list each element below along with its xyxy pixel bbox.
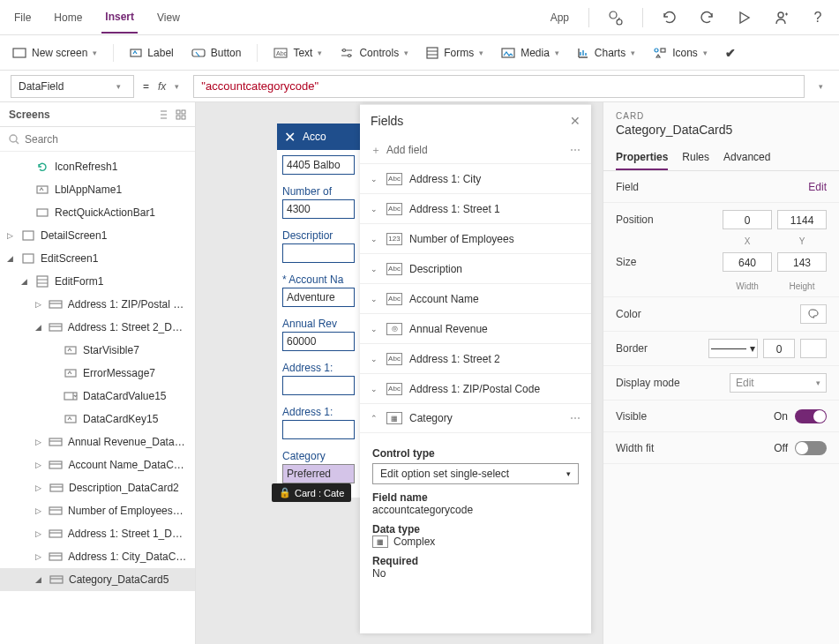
menu-app[interactable]: App — [547, 3, 573, 33]
tree-item[interactable]: StarVisible7 — [0, 339, 195, 362]
form-field[interactable]: 4405 Balbo — [277, 152, 360, 182]
tree-item[interactable]: ◢Address 1: Street 2_DataCar — [0, 316, 195, 339]
tree-item[interactable]: ◢Category_DataCard5 — [0, 568, 195, 591]
control-type-select[interactable]: Edit option set single-select▾ — [372, 463, 579, 484]
tree-item[interactable]: ◢EditForm1 — [0, 270, 195, 293]
tree-item[interactable]: LblAppName1 — [0, 178, 195, 201]
form-field[interactable]: Descriptior — [277, 226, 360, 270]
expand-icon[interactable]: ▷ — [7, 231, 16, 240]
expand-icon[interactable]: ⌄ — [371, 355, 379, 363]
expand-icon[interactable]: ▷ — [35, 552, 43, 561]
field-row[interactable]: ⌄AbcAddress 1: Street 2 — [360, 343, 591, 373]
menu-home[interactable]: Home — [50, 3, 86, 33]
expand-icon[interactable]: ◢ — [35, 575, 44, 584]
expand-icon[interactable]: ⌄ — [371, 235, 379, 243]
label-button[interactable]: Label — [128, 43, 175, 63]
expand-icon[interactable]: ▷ — [35, 438, 43, 446]
new-screen-button[interactable]: New screen▾ — [11, 43, 99, 63]
field-value[interactable]: 4300 — [282, 199, 355, 219]
form-body[interactable]: 4405 BalboNumber of4300Descriptior* Acco… — [277, 150, 360, 498]
tab-rules[interactable]: Rules — [682, 146, 709, 170]
color-picker[interactable] — [800, 304, 827, 324]
menu-insert[interactable]: Insert — [101, 2, 138, 34]
formula-expand[interactable]: ▾ — [813, 82, 828, 91]
expand-icon[interactable]: ⌄ — [371, 325, 379, 333]
expand-icon[interactable]: ▷ — [35, 461, 43, 469]
formula-input[interactable]: "accountcategorycode" — [193, 75, 805, 98]
tree-item[interactable]: ▷Address 1: City_DataCard2 — [0, 545, 195, 568]
forms-button[interactable]: Forms▾ — [424, 43, 485, 63]
border-color[interactable] — [800, 339, 827, 358]
tree-item[interactable]: ▷Number of Employees_Data — [0, 499, 195, 522]
ribbon-expand[interactable]: ✔ — [723, 42, 738, 64]
more-icon[interactable]: ⋯ — [570, 144, 581, 156]
expand-icon[interactable]: ▷ — [35, 300, 43, 309]
expand-icon[interactable]: ▷ — [35, 529, 43, 538]
form-field[interactable]: Address 1: — [277, 358, 360, 402]
field-value[interactable]: 60000 — [282, 332, 355, 351]
tab-advanced[interactable]: Advanced — [723, 146, 770, 170]
tree-item[interactable]: ErrorMessage7 — [0, 362, 195, 385]
tab-properties[interactable]: Properties — [616, 146, 668, 170]
field-row[interactable]: ⌄123Number of Employees — [360, 223, 591, 253]
expand-icon[interactable]: ⌃ — [371, 414, 379, 423]
expand-icon[interactable]: ◢ — [35, 323, 43, 332]
tree-item[interactable]: ▷Description_DataCard2 — [0, 476, 195, 499]
undo-icon[interactable] — [659, 7, 680, 28]
tree-item[interactable]: ◢EditScreen1 — [0, 247, 195, 270]
displaymode-select[interactable]: Edit▾ — [730, 373, 827, 393]
tree-item[interactable]: ▷Address 1: Street 1_DataCar — [0, 522, 195, 545]
fx-button[interactable]: fx▾ — [158, 80, 184, 93]
expand-icon[interactable]: ◢ — [7, 254, 16, 263]
edit-link[interactable]: Edit — [808, 181, 827, 193]
tree-item[interactable]: ▷Account Name_DataCard2 — [0, 453, 195, 476]
field-value[interactable]: 4405 Balbo — [282, 155, 355, 175]
text-button[interactable]: Abc Text▾ — [272, 43, 324, 63]
form-field[interactable]: * Account NaAdventure — [277, 270, 360, 314]
expand-icon[interactable]: ▷ — [35, 506, 43, 515]
field-value[interactable]: Preferred — [282, 464, 355, 483]
size-h-input[interactable]: 143 — [777, 252, 827, 272]
tree-item[interactable]: IconRefresh1 — [0, 155, 195, 178]
visible-toggle[interactable] — [795, 409, 827, 423]
size-w-input[interactable]: 640 — [723, 252, 772, 272]
expand-icon[interactable]: ⌄ — [371, 385, 379, 393]
tree-item[interactable]: DataCardValue15 — [0, 385, 195, 408]
field-row[interactable]: ⌄◎Annual Revenue — [360, 313, 591, 343]
widthfit-toggle[interactable] — [795, 441, 827, 455]
field-row[interactable]: ⌄AbcDescription — [360, 253, 591, 283]
more-icon[interactable]: ⋯ — [570, 412, 581, 424]
button-button[interactable]: Button — [190, 43, 243, 63]
tree-item[interactable]: RectQuickActionBar1 — [0, 201, 195, 224]
field-row[interactable]: ⌄AbcAddress 1: Street 1 — [360, 193, 591, 223]
position-y-input[interactable]: 1144 — [777, 210, 827, 229]
position-x-input[interactable]: 0 — [723, 210, 772, 229]
close-icon[interactable]: ✕ — [284, 129, 296, 146]
share-icon[interactable] — [770, 7, 791, 28]
menu-view[interactable]: View — [154, 3, 184, 33]
expand-icon[interactable]: ◢ — [21, 277, 30, 286]
charts-button[interactable]: Charts▾ — [575, 43, 637, 63]
field-row[interactable]: ⌄AbcAccount Name — [360, 283, 591, 313]
expand-icon[interactable]: ⌄ — [371, 205, 379, 213]
tree-item[interactable]: ▷Annual Revenue_DataCard2 — [0, 431, 195, 453]
field-value[interactable] — [282, 376, 355, 395]
field-row[interactable]: ⌄AbcAddress 1: City — [360, 163, 591, 193]
tree-view-toggles[interactable] — [160, 109, 186, 120]
field-value[interactable] — [282, 420, 355, 439]
expand-icon[interactable]: ⌄ — [371, 175, 379, 183]
form-field[interactable]: Annual Rev60000 — [277, 314, 360, 358]
icons-button[interactable]: Icons▾ — [651, 43, 709, 63]
tree-item[interactable]: ▷DetailScreen1 — [0, 224, 195, 247]
menu-file[interactable]: File — [11, 3, 34, 33]
tree-item[interactable]: DataCardKey15 — [0, 408, 195, 431]
field-value[interactable]: Adventure — [282, 288, 355, 307]
add-field-button[interactable]: ＋Add field — [371, 143, 428, 158]
tree-item[interactable]: ▷Address 1: ZIP/Postal Code_ — [0, 293, 195, 316]
field-value[interactable] — [282, 243, 355, 263]
redo-icon[interactable] — [696, 7, 717, 28]
field-row[interactable]: ⌃▦Category⋯ — [360, 403, 591, 433]
checker-icon[interactable] — [605, 7, 626, 28]
form-field[interactable]: Number of4300 — [277, 182, 360, 226]
media-button[interactable]: Media▾ — [499, 43, 561, 63]
